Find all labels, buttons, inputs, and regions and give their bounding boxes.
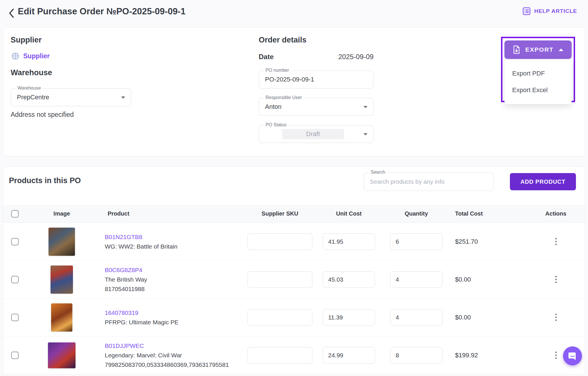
row-checkbox[interactable] xyxy=(11,352,19,359)
supplier-sku-input[interactable] xyxy=(247,309,312,326)
supplier-heading: Supplier xyxy=(11,36,42,44)
row-checkbox[interactable] xyxy=(11,314,19,321)
address-note: Address not specified xyxy=(11,111,74,119)
order-details-heading: Order details xyxy=(259,36,307,44)
responsible-user-value: Anton xyxy=(265,103,282,111)
quantity-input[interactable] xyxy=(390,347,442,364)
product-image xyxy=(51,265,73,294)
col-header-product: Product xyxy=(102,210,129,217)
table-row: 1640780319 PFRPG: Ultimate Magic PE $0.0… xyxy=(3,299,585,336)
export-button[interactable]: EXPORT xyxy=(504,40,572,59)
col-header-quantity: Quantity xyxy=(405,210,428,217)
warehouse-select-value: PrepCentre xyxy=(17,94,49,101)
select-all-checkbox[interactable] xyxy=(11,210,19,218)
product-barcodes: 817054011988 xyxy=(105,284,147,294)
add-product-button[interactable]: ADD PRODUCT xyxy=(510,173,576,190)
unit-cost-input[interactable] xyxy=(323,347,375,364)
product-image xyxy=(48,342,76,368)
product-name: PFRPG: Ultimate Magic PE xyxy=(105,317,179,327)
warehouse-select-label: Warehouse xyxy=(16,86,43,91)
product-sku-link[interactable]: B01DJJPWEC xyxy=(105,341,229,350)
col-header-total-cost: Total Cost xyxy=(449,210,483,217)
chevron-left-icon xyxy=(8,8,15,18)
quantity-input[interactable] xyxy=(390,271,442,288)
article-icon xyxy=(522,7,531,15)
order-summary-card: Supplier Supplier Warehouse Warehouse Pr… xyxy=(3,27,585,156)
total-cost-value: $251.70 xyxy=(449,238,478,245)
warehouse-select[interactable]: Warehouse PrepCentre xyxy=(11,88,131,106)
date-value: 2025-09-09 xyxy=(338,53,374,61)
quantity-input[interactable] xyxy=(390,233,442,250)
chevron-down-icon xyxy=(121,96,125,99)
product-sku-link[interactable]: 1640780319 xyxy=(105,308,179,317)
chevron-down-icon xyxy=(363,133,368,135)
col-header-actions: Actions xyxy=(545,210,566,217)
col-header-unit-cost: Unit Cost xyxy=(336,210,362,217)
po-status-label: PO Status xyxy=(264,122,289,127)
warehouse-heading: Warehouse xyxy=(11,68,52,77)
export-annotation-highlight: EXPORT Export PDF Export Excel xyxy=(501,37,575,102)
export-excel-menu-item[interactable]: Export Excel xyxy=(504,82,572,98)
po-status-select[interactable]: PO Status Draft xyxy=(259,125,374,143)
date-row: Date 2025-09-09 xyxy=(259,53,374,61)
product-name: Legendary: Marvel: Civil War xyxy=(105,350,229,360)
chat-widget-button[interactable] xyxy=(563,346,582,365)
total-cost-value: $0.00 xyxy=(449,276,471,283)
table-row: B01N21GTB8 WG: WW2: Battle of Britain $2… xyxy=(3,223,585,261)
help-article-link[interactable]: HELP ARTICLE xyxy=(522,7,577,15)
product-name: WG: WW2: Battle of Britain xyxy=(105,242,177,251)
chevron-down-icon xyxy=(363,106,368,108)
table-header-row: Image Product Supplier SKU Unit Cost Qua… xyxy=(3,205,585,223)
supplier-link[interactable]: Supplier xyxy=(23,52,50,60)
unit-cost-input[interactable] xyxy=(323,271,375,288)
row-actions-menu-button[interactable] xyxy=(550,349,562,362)
products-heading: Products in this PO xyxy=(9,176,81,185)
chat-bubble-icon xyxy=(568,351,577,361)
export-button-label: EXPORT xyxy=(525,46,554,53)
total-cost-value: $0.00 xyxy=(449,314,471,321)
quantity-input[interactable] xyxy=(390,309,442,326)
unit-cost-input[interactable] xyxy=(323,233,375,250)
table-row: B01DJJPWEC Legendary: Marvel: Civil War … xyxy=(3,336,585,374)
row-checkbox[interactable] xyxy=(11,276,19,283)
col-header-supplier-sku: Supplier SKU xyxy=(262,210,298,217)
product-sku-link[interactable]: B01N21GTB8 xyxy=(105,232,177,242)
product-sku-link[interactable]: B0C6G8Z8P4 xyxy=(105,265,147,275)
col-header-image: Image xyxy=(53,210,70,217)
product-image xyxy=(49,228,75,256)
chevron-up-icon xyxy=(559,49,563,51)
products-table: Image Product Supplier SKU Unit Cost Qua… xyxy=(3,205,585,376)
row-actions-menu-button[interactable] xyxy=(550,235,562,248)
total-cost-value: $199.92 xyxy=(449,352,478,359)
unit-cost-input[interactable] xyxy=(323,309,375,326)
date-label: Date xyxy=(259,53,274,61)
row-actions-menu-button[interactable] xyxy=(550,311,562,324)
product-name: The British Way xyxy=(105,275,147,284)
po-number-value: PO-2025-09-09-1 xyxy=(265,76,314,83)
export-pdf-menu-item[interactable]: Export PDF xyxy=(504,65,572,82)
row-checkbox[interactable] xyxy=(11,238,19,245)
globe-icon xyxy=(11,52,20,60)
table-row: B0C6G8Z8P4 The British Way 817054011988 … xyxy=(3,261,585,299)
product-image xyxy=(51,303,72,332)
export-menu: Export PDF Export Excel xyxy=(504,59,572,104)
page-title: Edit Purchase Order №PO-2025-09-09-1 xyxy=(18,6,185,17)
responsible-user-label: Responsible User xyxy=(264,95,304,100)
product-search-field: Search xyxy=(364,173,494,191)
responsible-user-select[interactable]: Responsible User Anton xyxy=(259,98,374,116)
supplier-sku-input[interactable] xyxy=(247,233,312,250)
products-card: Products in this PO Search ADD PRODUCT I… xyxy=(3,166,585,376)
status-badge: Draft xyxy=(282,129,344,139)
po-number-label: PO number xyxy=(264,68,291,73)
row-actions-menu-button[interactable] xyxy=(550,273,562,286)
topbar: Edit Purchase Order №PO-2025-09-09-1 HEL… xyxy=(0,0,588,27)
supplier-sku-input[interactable] xyxy=(247,347,312,364)
back-button[interactable] xyxy=(6,7,17,19)
search-input[interactable] xyxy=(364,173,493,191)
po-number-field[interactable]: PO number PO-2025-09-09-1 xyxy=(259,71,374,88)
supplier-link-row[interactable]: Supplier xyxy=(11,52,50,60)
supplier-sku-input[interactable] xyxy=(247,271,312,288)
product-barcodes: 799825083700,053334860369,793631795581 xyxy=(105,360,229,369)
next-row-partial xyxy=(3,374,585,376)
export-file-icon xyxy=(513,45,520,54)
